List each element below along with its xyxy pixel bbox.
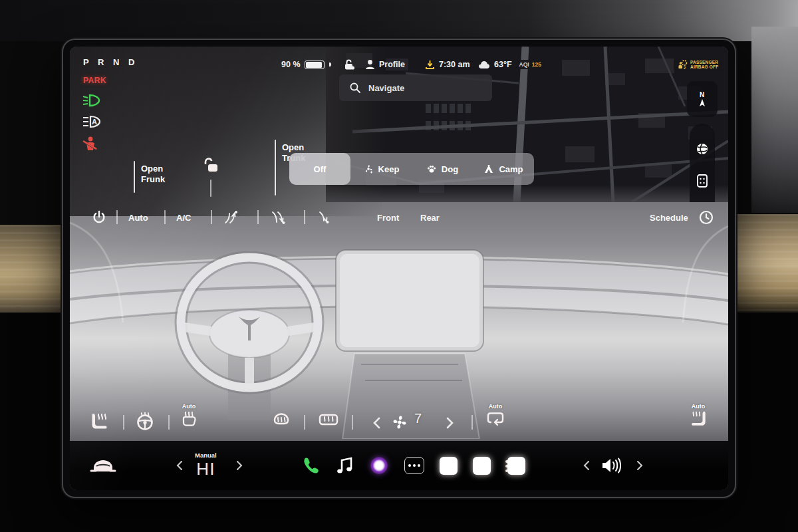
airflow-feet-button[interactable]: [316, 207, 334, 227]
compass-control[interactable]: N: [687, 81, 718, 117]
hvac-bar: Auto A/C Front Rear: [70, 207, 728, 227]
outside-temperature: 63°F: [494, 60, 512, 69]
lock-status[interactable]: [344, 58, 355, 71]
weather-status: 63°F AQI 125: [478, 58, 545, 71]
park-telltale: PARK: [83, 76, 106, 85]
hvac-divider: [116, 210, 118, 224]
hvac-rear-tab[interactable]: Rear: [420, 207, 440, 227]
update-icon[interactable]: [425, 60, 435, 70]
profile-icon: [365, 59, 375, 70]
suspension-down-button[interactable]: [176, 441, 183, 490]
battery-status[interactable]: 90 %: [281, 58, 331, 71]
volume-control[interactable]: [600, 441, 623, 490]
more-apps-button[interactable]: [404, 441, 424, 490]
low-beam-icon: [82, 93, 102, 108]
hvac-ac-button[interactable]: A/C: [176, 207, 191, 227]
front-defrost-button[interactable]: [271, 412, 292, 431]
garage-wall-right: [751, 27, 798, 213]
app-shortcut-1[interactable]: [440, 441, 458, 490]
wood-dash-left: [0, 225, 66, 319]
climate-keeper-dog[interactable]: Dog: [412, 153, 473, 185]
dog-icon: [426, 164, 437, 174]
aqi-value: 125: [532, 61, 541, 68]
keeper-off-label: Off: [314, 164, 327, 174]
volume-down-button[interactable]: [583, 441, 590, 490]
unlock-icon[interactable]: [203, 157, 220, 174]
hvac-divider: [164, 210, 166, 224]
steering-heat-icon: [135, 412, 155, 431]
camera-app-button[interactable]: [370, 441, 388, 490]
phone-app-button[interactable]: [301, 441, 320, 490]
car-controls-button[interactable]: [90, 441, 116, 490]
clock-icon[interactable]: [699, 207, 714, 227]
camp-icon: [483, 164, 494, 174]
globe-icon[interactable]: [696, 142, 709, 156]
seat-heater-auto-left-button[interactable]: Auto: [180, 403, 198, 428]
keeper-dog-label: Dog: [442, 164, 458, 174]
climate-keeper-keep[interactable]: Keep: [350, 153, 412, 185]
open-frunk-button[interactable]: Open Frunk: [141, 164, 165, 185]
keep-icon: [363, 164, 374, 174]
volume-up-button[interactable]: [636, 441, 643, 490]
volume-icon: [600, 456, 623, 475]
climate-keeper-camp[interactable]: Camp: [473, 153, 534, 185]
climate-row: Auto: [70, 403, 728, 438]
airflow-face-button[interactable]: [223, 207, 241, 227]
search-icon: [350, 82, 360, 93]
rear-defrost-icon: [317, 412, 340, 431]
suspension-up-button[interactable]: [236, 441, 243, 490]
airbag-badge: 2 PASSENGER AIRBAG OFF: [674, 59, 722, 71]
navigate-search-bar[interactable]: Navigate: [339, 74, 492, 101]
airbag-status: 2 PASSENGER AIRBAG OFF: [674, 58, 722, 71]
suspension-control[interactable]: Manual HI: [195, 441, 217, 490]
svg-text:A: A: [92, 118, 97, 126]
hvac-divider: [211, 210, 212, 224]
front-defrost-icon: [271, 412, 292, 431]
seat-heater-left-button[interactable]: [90, 412, 110, 431]
suspension-mode-label: Manual: [195, 452, 217, 459]
climate-keeper-off[interactable]: Off: [289, 153, 350, 185]
phone-icon: [301, 456, 320, 475]
tesla-display: Navigate N: [70, 47, 728, 490]
auto-high-beam-icon: A: [82, 114, 102, 129]
recirculation-icon: [486, 410, 505, 426]
climate-divider: [168, 415, 170, 430]
photo-scene: Navigate N: [0, 0, 798, 532]
hvac-auto-button[interactable]: Auto: [128, 207, 148, 227]
garage-wall: [0, 0, 798, 41]
app-shortcut-3[interactable]: [507, 441, 525, 490]
seat-heater-right-icon: [688, 410, 708, 428]
profile-menu[interactable]: Profile: [365, 58, 405, 71]
seat-auto-label: Auto: [182, 403, 196, 410]
recirculation-button[interactable]: Auto: [486, 403, 505, 426]
fan-speed-up-button[interactable]: [446, 417, 454, 429]
airbag-icon: 2: [678, 60, 688, 70]
tesla-screen-bezel: Navigate N: [63, 40, 735, 497]
compass-north-label: N: [700, 91, 705, 98]
gear-indicator[interactable]: P R N D: [83, 57, 138, 67]
music-icon: [336, 456, 353, 475]
airbag-text-line2: AIRBAG OFF: [690, 65, 718, 69]
rear-defrost-button[interactable]: [317, 412, 340, 431]
hvac-schedule-button[interactable]: Schedule: [650, 207, 688, 227]
steering-heat-button[interactable]: [135, 412, 155, 431]
airflow-face-feet-button[interactable]: [269, 207, 288, 227]
fan-speed-down-button[interactable]: [373, 417, 380, 429]
seat-heater-right-button[interactable]: Auto: [688, 403, 708, 428]
recirculation-auto-label: Auto: [489, 403, 503, 410]
frunk-divider: [134, 161, 135, 193]
seat-heater-auto-icon: [180, 410, 198, 428]
keeper-keep-label: Keep: [378, 164, 400, 174]
car-icon: [90, 457, 116, 474]
fan-speed-value: 7: [414, 411, 422, 426]
aqi-badge: AQI 125: [516, 60, 545, 69]
app-shortcut-2[interactable]: [473, 441, 491, 490]
seat-right-auto-label: Auto: [692, 403, 706, 410]
hvac-front-tab[interactable]: Front: [377, 207, 399, 227]
chargers-icon[interactable]: [696, 174, 708, 188]
climate-power-button[interactable]: [91, 207, 107, 227]
music-app-button[interactable]: [336, 441, 353, 490]
fan-icon: [390, 413, 409, 432]
app-icon-bright-tabbed: [507, 457, 525, 475]
battery-percent: 90 %: [281, 60, 301, 69]
